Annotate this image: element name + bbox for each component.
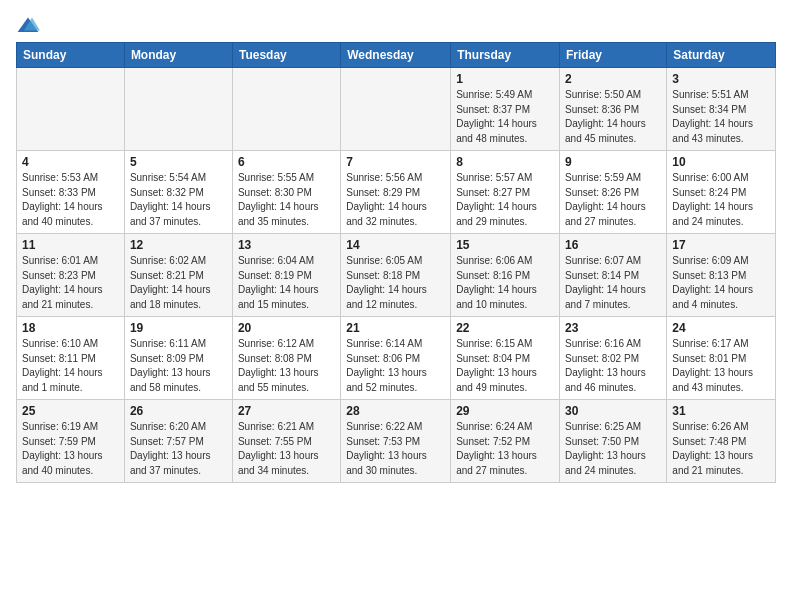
calendar-cell: 15Sunrise: 6:06 AMSunset: 8:16 PMDayligh… bbox=[451, 234, 560, 317]
day-info: Sunrise: 6:19 AMSunset: 7:59 PMDaylight:… bbox=[22, 420, 119, 478]
calendar-cell: 29Sunrise: 6:24 AMSunset: 7:52 PMDayligh… bbox=[451, 400, 560, 483]
logo-icon bbox=[16, 16, 40, 36]
calendar-cell bbox=[232, 68, 340, 151]
week-row-1: 1Sunrise: 5:49 AMSunset: 8:37 PMDaylight… bbox=[17, 68, 776, 151]
calendar-cell: 27Sunrise: 6:21 AMSunset: 7:55 PMDayligh… bbox=[232, 400, 340, 483]
calendar-header: Sunday Monday Tuesday Wednesday Thursday… bbox=[17, 43, 776, 68]
calendar-cell: 16Sunrise: 6:07 AMSunset: 8:14 PMDayligh… bbox=[560, 234, 667, 317]
day-number: 5 bbox=[130, 155, 227, 169]
day-info: Sunrise: 5:55 AMSunset: 8:30 PMDaylight:… bbox=[238, 171, 335, 229]
day-info: Sunrise: 6:10 AMSunset: 8:11 PMDaylight:… bbox=[22, 337, 119, 395]
day-info: Sunrise: 6:06 AMSunset: 8:16 PMDaylight:… bbox=[456, 254, 554, 312]
calendar-table: Sunday Monday Tuesday Wednesday Thursday… bbox=[16, 42, 776, 483]
day-info: Sunrise: 5:50 AMSunset: 8:36 PMDaylight:… bbox=[565, 88, 661, 146]
day-info: Sunrise: 6:02 AMSunset: 8:21 PMDaylight:… bbox=[130, 254, 227, 312]
week-row-2: 4Sunrise: 5:53 AMSunset: 8:33 PMDaylight… bbox=[17, 151, 776, 234]
calendar-cell: 5Sunrise: 5:54 AMSunset: 8:32 PMDaylight… bbox=[124, 151, 232, 234]
calendar-cell: 31Sunrise: 6:26 AMSunset: 7:48 PMDayligh… bbox=[667, 400, 776, 483]
day-number: 30 bbox=[565, 404, 661, 418]
day-info: Sunrise: 6:17 AMSunset: 8:01 PMDaylight:… bbox=[672, 337, 770, 395]
day-info: Sunrise: 6:05 AMSunset: 8:18 PMDaylight:… bbox=[346, 254, 445, 312]
calendar-cell: 26Sunrise: 6:20 AMSunset: 7:57 PMDayligh… bbox=[124, 400, 232, 483]
day-info: Sunrise: 6:16 AMSunset: 8:02 PMDaylight:… bbox=[565, 337, 661, 395]
calendar-cell: 10Sunrise: 6:00 AMSunset: 8:24 PMDayligh… bbox=[667, 151, 776, 234]
day-info: Sunrise: 6:22 AMSunset: 7:53 PMDaylight:… bbox=[346, 420, 445, 478]
calendar-cell: 30Sunrise: 6:25 AMSunset: 7:50 PMDayligh… bbox=[560, 400, 667, 483]
calendar-cell bbox=[124, 68, 232, 151]
day-info: Sunrise: 6:12 AMSunset: 8:08 PMDaylight:… bbox=[238, 337, 335, 395]
day-info: Sunrise: 5:54 AMSunset: 8:32 PMDaylight:… bbox=[130, 171, 227, 229]
calendar-cell: 11Sunrise: 6:01 AMSunset: 8:23 PMDayligh… bbox=[17, 234, 125, 317]
calendar-cell: 1Sunrise: 5:49 AMSunset: 8:37 PMDaylight… bbox=[451, 68, 560, 151]
calendar-cell: 25Sunrise: 6:19 AMSunset: 7:59 PMDayligh… bbox=[17, 400, 125, 483]
day-info: Sunrise: 6:25 AMSunset: 7:50 PMDaylight:… bbox=[565, 420, 661, 478]
day-number: 3 bbox=[672, 72, 770, 86]
day-number: 13 bbox=[238, 238, 335, 252]
calendar-cell: 24Sunrise: 6:17 AMSunset: 8:01 PMDayligh… bbox=[667, 317, 776, 400]
day-info: Sunrise: 5:49 AMSunset: 8:37 PMDaylight:… bbox=[456, 88, 554, 146]
calendar-cell bbox=[17, 68, 125, 151]
day-number: 14 bbox=[346, 238, 445, 252]
day-info: Sunrise: 6:07 AMSunset: 8:14 PMDaylight:… bbox=[565, 254, 661, 312]
day-info: Sunrise: 6:09 AMSunset: 8:13 PMDaylight:… bbox=[672, 254, 770, 312]
day-number: 6 bbox=[238, 155, 335, 169]
day-number: 29 bbox=[456, 404, 554, 418]
day-info: Sunrise: 5:51 AMSunset: 8:34 PMDaylight:… bbox=[672, 88, 770, 146]
page-header bbox=[16, 16, 776, 36]
header-sunday: Sunday bbox=[17, 43, 125, 68]
day-number: 8 bbox=[456, 155, 554, 169]
day-number: 9 bbox=[565, 155, 661, 169]
day-info: Sunrise: 6:11 AMSunset: 8:09 PMDaylight:… bbox=[130, 337, 227, 395]
calendar-cell: 8Sunrise: 5:57 AMSunset: 8:27 PMDaylight… bbox=[451, 151, 560, 234]
header-wednesday: Wednesday bbox=[341, 43, 451, 68]
calendar-cell: 21Sunrise: 6:14 AMSunset: 8:06 PMDayligh… bbox=[341, 317, 451, 400]
calendar-cell: 17Sunrise: 6:09 AMSunset: 8:13 PMDayligh… bbox=[667, 234, 776, 317]
day-number: 21 bbox=[346, 321, 445, 335]
day-number: 20 bbox=[238, 321, 335, 335]
day-number: 1 bbox=[456, 72, 554, 86]
day-number: 19 bbox=[130, 321, 227, 335]
header-tuesday: Tuesday bbox=[232, 43, 340, 68]
day-info: Sunrise: 5:59 AMSunset: 8:26 PMDaylight:… bbox=[565, 171, 661, 229]
header-thursday: Thursday bbox=[451, 43, 560, 68]
header-friday: Friday bbox=[560, 43, 667, 68]
day-info: Sunrise: 6:26 AMSunset: 7:48 PMDaylight:… bbox=[672, 420, 770, 478]
day-number: 17 bbox=[672, 238, 770, 252]
day-number: 4 bbox=[22, 155, 119, 169]
day-info: Sunrise: 6:15 AMSunset: 8:04 PMDaylight:… bbox=[456, 337, 554, 395]
calendar-cell: 14Sunrise: 6:05 AMSunset: 8:18 PMDayligh… bbox=[341, 234, 451, 317]
day-info: Sunrise: 6:24 AMSunset: 7:52 PMDaylight:… bbox=[456, 420, 554, 478]
calendar-cell bbox=[341, 68, 451, 151]
day-info: Sunrise: 5:56 AMSunset: 8:29 PMDaylight:… bbox=[346, 171, 445, 229]
header-saturday: Saturday bbox=[667, 43, 776, 68]
day-info: Sunrise: 6:14 AMSunset: 8:06 PMDaylight:… bbox=[346, 337, 445, 395]
header-row: Sunday Monday Tuesday Wednesday Thursday… bbox=[17, 43, 776, 68]
day-info: Sunrise: 6:01 AMSunset: 8:23 PMDaylight:… bbox=[22, 254, 119, 312]
day-number: 15 bbox=[456, 238, 554, 252]
calendar-cell: 28Sunrise: 6:22 AMSunset: 7:53 PMDayligh… bbox=[341, 400, 451, 483]
day-number: 22 bbox=[456, 321, 554, 335]
calendar-cell: 3Sunrise: 5:51 AMSunset: 8:34 PMDaylight… bbox=[667, 68, 776, 151]
calendar-cell: 22Sunrise: 6:15 AMSunset: 8:04 PMDayligh… bbox=[451, 317, 560, 400]
day-number: 23 bbox=[565, 321, 661, 335]
day-info: Sunrise: 5:57 AMSunset: 8:27 PMDaylight:… bbox=[456, 171, 554, 229]
week-row-4: 18Sunrise: 6:10 AMSunset: 8:11 PMDayligh… bbox=[17, 317, 776, 400]
week-row-5: 25Sunrise: 6:19 AMSunset: 7:59 PMDayligh… bbox=[17, 400, 776, 483]
calendar-cell: 2Sunrise: 5:50 AMSunset: 8:36 PMDaylight… bbox=[560, 68, 667, 151]
day-number: 11 bbox=[22, 238, 119, 252]
logo bbox=[16, 16, 44, 36]
header-monday: Monday bbox=[124, 43, 232, 68]
calendar-cell: 13Sunrise: 6:04 AMSunset: 8:19 PMDayligh… bbox=[232, 234, 340, 317]
week-row-3: 11Sunrise: 6:01 AMSunset: 8:23 PMDayligh… bbox=[17, 234, 776, 317]
day-info: Sunrise: 6:04 AMSunset: 8:19 PMDaylight:… bbox=[238, 254, 335, 312]
calendar-body: 1Sunrise: 5:49 AMSunset: 8:37 PMDaylight… bbox=[17, 68, 776, 483]
calendar-cell: 9Sunrise: 5:59 AMSunset: 8:26 PMDaylight… bbox=[560, 151, 667, 234]
calendar-cell: 20Sunrise: 6:12 AMSunset: 8:08 PMDayligh… bbox=[232, 317, 340, 400]
day-number: 31 bbox=[672, 404, 770, 418]
calendar-cell: 19Sunrise: 6:11 AMSunset: 8:09 PMDayligh… bbox=[124, 317, 232, 400]
day-number: 16 bbox=[565, 238, 661, 252]
calendar-cell: 7Sunrise: 5:56 AMSunset: 8:29 PMDaylight… bbox=[341, 151, 451, 234]
calendar-cell: 6Sunrise: 5:55 AMSunset: 8:30 PMDaylight… bbox=[232, 151, 340, 234]
calendar-cell: 18Sunrise: 6:10 AMSunset: 8:11 PMDayligh… bbox=[17, 317, 125, 400]
day-info: Sunrise: 6:00 AMSunset: 8:24 PMDaylight:… bbox=[672, 171, 770, 229]
